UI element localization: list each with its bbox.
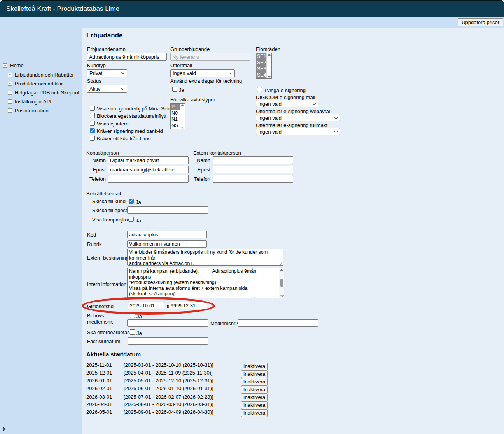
- scroll-up-icon[interactable]: [268, 54, 271, 56]
- elomraden-option[interactable]: SE4: [256, 72, 266, 78]
- avtalstyp-option[interactable]: NS: [171, 122, 180, 129]
- webavtal-select[interactable]: Ingen vald: [256, 114, 340, 121]
- visas-ej-internt-checkbox[interactable]: [90, 121, 95, 126]
- scroll-down-icon[interactable]: [181, 127, 184, 129]
- startdatum-date: 2025-11-01: [86, 362, 112, 368]
- skicka-kund-checkbox[interactable]: [129, 199, 134, 204]
- kraver-kop-lime-label: Kräver ett köp från Lime: [97, 136, 151, 141]
- avtalstyper-listbox[interactable]: P N0 N1 NS: [170, 103, 185, 129]
- inaktivera-button[interactable]: Inaktivera: [241, 401, 268, 409]
- kundtyp-value: Privat: [89, 70, 102, 76]
- scroll-up-icon[interactable]: [181, 104, 184, 106]
- kundtyp-select[interactable]: Privat: [87, 69, 127, 77]
- update-prices-button[interactable]: Uppdatera priser: [458, 18, 503, 26]
- visa-kampanjkod-checkbox[interactable]: [129, 217, 134, 222]
- avtalstyp-option[interactable]: N0: [171, 110, 180, 116]
- scrollbar-thumb[interactable]: [280, 279, 283, 287]
- inaktivera-button[interactable]: Inaktivera: [241, 370, 268, 378]
- erbjudandenamn-input[interactable]: [87, 53, 167, 61]
- extern-telefon-input[interactable]: [213, 175, 293, 183]
- digicom-value: Ingen vald: [258, 101, 282, 107]
- startdatum-range: [2025-08-01 - 2026-03-10 (2026-03-31)]: [124, 401, 214, 407]
- startdatum-range: [2025-06-01 - 2026-01-10 (2026-01-31)]: [124, 385, 214, 391]
- elomraden-scrollbar[interactable]: [266, 53, 271, 78]
- sidebar-item-erbjudanden[interactable]: + Erbjudanden och Rabatter: [8, 72, 74, 78]
- kontakt-epost-input[interactable]: [108, 166, 189, 173]
- elomraden-listbox[interactable]: SE1 SE2 SE3 SE4: [256, 53, 272, 79]
- status-select[interactable]: Aktiv: [87, 85, 127, 93]
- sidebar-item-label: Inställningar API: [15, 99, 51, 105]
- inaktivera-button[interactable]: Inaktivera: [241, 378, 268, 386]
- inaktivera-button[interactable]: Inaktivera: [241, 394, 268, 401]
- offertmall-select[interactable]: Ingen vald: [170, 69, 235, 77]
- status-label: Status: [87, 78, 102, 84]
- kontakt-epost-label: Epost: [88, 167, 106, 173]
- kraver-bankid-checkbox[interactable]: [90, 128, 95, 133]
- rubrik-input[interactable]: [127, 240, 207, 248]
- scroll-down-icon[interactable]: [268, 76, 271, 78]
- avtalstyper-scrollbar[interactable]: [180, 104, 185, 129]
- inaktivera-button[interactable]: Inaktivera: [241, 409, 268, 417]
- erbjudandenamn-label: Erbjudandenamn: [87, 46, 126, 52]
- fast-slutdatum-input[interactable]: [128, 337, 208, 345]
- extern-beskrivning-textarea[interactable]: Vi erbjuder 9 månaders inköpspris till n…: [127, 249, 283, 266]
- extern-beskrivning-label: Extern beskrivning: [87, 255, 129, 261]
- skicka-kund-ja-label: Ja: [136, 199, 141, 205]
- extern-namn-input[interactable]: [213, 156, 293, 164]
- sidebar-item-prisinformation[interactable]: + Prisinformation: [8, 108, 49, 113]
- kontakt-namn-input[interactable]: [108, 156, 189, 164]
- startdatum-date: 2026-05-01: [86, 409, 112, 415]
- status-value: Aktiv: [89, 86, 100, 92]
- webavtal-value: Ingen vald: [258, 115, 282, 121]
- medlemsnr-input[interactable]: [127, 319, 208, 327]
- elomraden-label: Elområden: [256, 46, 280, 52]
- avtalstyp-option[interactable]: N1: [171, 116, 180, 122]
- extra-dagar-checkbox[interactable]: [172, 87, 177, 92]
- intern-information-textarea[interactable]: Namn på kampanj (erbjudande): Adtraction…: [127, 268, 284, 298]
- elomraden-option[interactable]: SE2: [256, 59, 266, 66]
- sidebar-item-produkter[interactable]: + Produkter och artiklar: [8, 81, 63, 87]
- startdatum-date: 2026-01-01: [86, 378, 112, 383]
- expand-icon[interactable]: +: [8, 73, 12, 77]
- visa-grunderbj-label: Visa som grunderbj på Mina Sidor: [97, 106, 173, 112]
- efterbearbetas-checkbox[interactable]: [130, 329, 135, 335]
- tvinga-esignering-checkbox[interactable]: [257, 87, 262, 92]
- sidebar-item-home[interactable]: − Home: [3, 63, 24, 68]
- intern-information-scrollbar[interactable]: [279, 268, 284, 298]
- app-title: Skellefteå Kraft - Produktdatabas Lime: [6, 5, 119, 13]
- startdatum-title: Aktuella startdatum: [86, 351, 141, 357]
- extern-epost-input[interactable]: [213, 166, 293, 173]
- sidebar-item-helgdagar[interactable]: + Helgdagar PDB och Skepool: [8, 90, 79, 96]
- skicka-epost-input[interactable]: [127, 206, 208, 214]
- elomraden-option[interactable]: SE1: [256, 53, 266, 59]
- kontakt-telefon-input[interactable]: [108, 175, 189, 183]
- chevron-down-icon: [334, 130, 338, 133]
- kod-input[interactable]: [127, 231, 207, 238]
- expand-icon[interactable]: +: [8, 91, 12, 95]
- visa-grunderbj-checkbox[interactable]: [90, 106, 95, 111]
- efterbearbetas-label: Ska efterbearbetas: [87, 329, 130, 335]
- kundtyp-label: Kundtyp: [87, 63, 106, 68]
- inaktivera-button[interactable]: Inaktivera: [241, 363, 268, 370]
- app-header: Skellefteå Kraft - Produktdatabas Lime: [0, 0, 504, 17]
- expand-icon[interactable]: +: [8, 99, 12, 104]
- sidebar-item-installningar[interactable]: + Inställningar API: [8, 99, 51, 105]
- fullmakt-select[interactable]: Ingen vald: [256, 128, 340, 135]
- digicom-select[interactable]: Ingen vald: [256, 100, 318, 107]
- expand-icon[interactable]: +: [8, 82, 12, 86]
- collapse-icon[interactable]: −: [3, 63, 7, 68]
- elomraden-option[interactable]: SE3: [256, 66, 266, 72]
- scroll-up-icon[interactable]: [280, 269, 283, 271]
- medlemsnr2-input[interactable]: [238, 319, 318, 327]
- expand-icon[interactable]: +: [8, 108, 12, 113]
- fullmakt-value: Ingen vald: [258, 129, 282, 135]
- blockera-startdatum-checkbox[interactable]: [90, 113, 95, 118]
- inaktivera-button[interactable]: Inaktivera: [241, 386, 268, 394]
- skicka-kund-label: Skicka till kund: [92, 199, 126, 204]
- offertmall-label: Offertmall: [170, 63, 192, 68]
- chevron-down-icon: [121, 71, 124, 74]
- behovs-medlemsnr-checkbox[interactable]: [130, 313, 135, 318]
- kraver-kop-lime-checkbox[interactable]: [90, 136, 95, 141]
- avtalstyp-option[interactable]: P: [171, 104, 180, 110]
- extern-telefon-label: Telefon: [193, 176, 210, 182]
